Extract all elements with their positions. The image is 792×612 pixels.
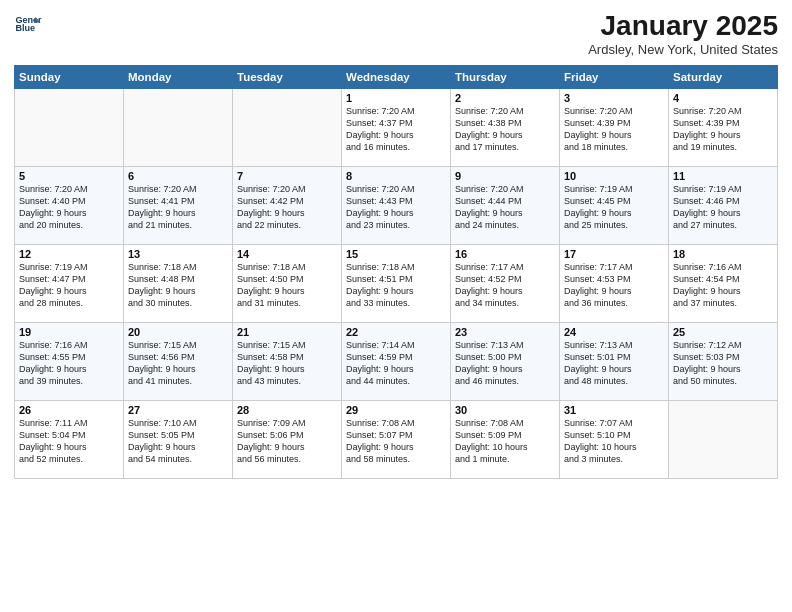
day-info: Sunrise: 7:19 AM Sunset: 4:46 PM Dayligh… — [673, 183, 773, 232]
calendar-col-sunday: Sunday — [15, 66, 124, 89]
month-title: January 2025 — [588, 10, 778, 42]
calendar-cell — [124, 89, 233, 167]
day-number: 9 — [455, 170, 555, 182]
day-info: Sunrise: 7:20 AM Sunset: 4:41 PM Dayligh… — [128, 183, 228, 232]
day-number: 6 — [128, 170, 228, 182]
day-info: Sunrise: 7:12 AM Sunset: 5:03 PM Dayligh… — [673, 339, 773, 388]
day-number: 27 — [128, 404, 228, 416]
calendar-cell: 2Sunrise: 7:20 AM Sunset: 4:38 PM Daylig… — [451, 89, 560, 167]
day-number: 1 — [346, 92, 446, 104]
calendar-cell: 6Sunrise: 7:20 AM Sunset: 4:41 PM Daylig… — [124, 167, 233, 245]
day-info: Sunrise: 7:20 AM Sunset: 4:42 PM Dayligh… — [237, 183, 337, 232]
day-info: Sunrise: 7:08 AM Sunset: 5:07 PM Dayligh… — [346, 417, 446, 466]
day-number: 22 — [346, 326, 446, 338]
day-number: 7 — [237, 170, 337, 182]
day-number: 15 — [346, 248, 446, 260]
page: General Blue January 2025 Ardsley, New Y… — [0, 0, 792, 612]
day-info: Sunrise: 7:16 AM Sunset: 4:55 PM Dayligh… — [19, 339, 119, 388]
day-info: Sunrise: 7:15 AM Sunset: 4:56 PM Dayligh… — [128, 339, 228, 388]
calendar-cell: 29Sunrise: 7:08 AM Sunset: 5:07 PM Dayli… — [342, 401, 451, 479]
day-info: Sunrise: 7:18 AM Sunset: 4:51 PM Dayligh… — [346, 261, 446, 310]
day-number: 14 — [237, 248, 337, 260]
calendar-cell: 4Sunrise: 7:20 AM Sunset: 4:39 PM Daylig… — [669, 89, 778, 167]
day-info: Sunrise: 7:18 AM Sunset: 4:50 PM Dayligh… — [237, 261, 337, 310]
location: Ardsley, New York, United States — [588, 42, 778, 57]
calendar-cell: 9Sunrise: 7:20 AM Sunset: 4:44 PM Daylig… — [451, 167, 560, 245]
day-info: Sunrise: 7:20 AM Sunset: 4:39 PM Dayligh… — [673, 105, 773, 154]
calendar-cell: 23Sunrise: 7:13 AM Sunset: 5:00 PM Dayli… — [451, 323, 560, 401]
day-number: 5 — [19, 170, 119, 182]
calendar-cell: 5Sunrise: 7:20 AM Sunset: 4:40 PM Daylig… — [15, 167, 124, 245]
day-number: 8 — [346, 170, 446, 182]
day-info: Sunrise: 7:20 AM Sunset: 4:39 PM Dayligh… — [564, 105, 664, 154]
day-number: 31 — [564, 404, 664, 416]
day-info: Sunrise: 7:18 AM Sunset: 4:48 PM Dayligh… — [128, 261, 228, 310]
calendar-cell: 12Sunrise: 7:19 AM Sunset: 4:47 PM Dayli… — [15, 245, 124, 323]
day-number: 11 — [673, 170, 773, 182]
day-info: Sunrise: 7:14 AM Sunset: 4:59 PM Dayligh… — [346, 339, 446, 388]
day-number: 21 — [237, 326, 337, 338]
calendar-cell: 1Sunrise: 7:20 AM Sunset: 4:37 PM Daylig… — [342, 89, 451, 167]
day-number: 28 — [237, 404, 337, 416]
calendar-cell: 14Sunrise: 7:18 AM Sunset: 4:50 PM Dayli… — [233, 245, 342, 323]
calendar-cell — [233, 89, 342, 167]
calendar-cell: 15Sunrise: 7:18 AM Sunset: 4:51 PM Dayli… — [342, 245, 451, 323]
day-info: Sunrise: 7:08 AM Sunset: 5:09 PM Dayligh… — [455, 417, 555, 466]
logo-icon: General Blue — [14, 10, 42, 38]
day-number: 10 — [564, 170, 664, 182]
day-number: 16 — [455, 248, 555, 260]
day-info: Sunrise: 7:20 AM Sunset: 4:44 PM Dayligh… — [455, 183, 555, 232]
calendar-col-thursday: Thursday — [451, 66, 560, 89]
calendar-col-wednesday: Wednesday — [342, 66, 451, 89]
day-number: 17 — [564, 248, 664, 260]
calendar-header-row: SundayMondayTuesdayWednesdayThursdayFrid… — [15, 66, 778, 89]
calendar-cell: 31Sunrise: 7:07 AM Sunset: 5:10 PM Dayli… — [560, 401, 669, 479]
day-number: 2 — [455, 92, 555, 104]
calendar-cell: 13Sunrise: 7:18 AM Sunset: 4:48 PM Dayli… — [124, 245, 233, 323]
day-number: 26 — [19, 404, 119, 416]
calendar-cell: 8Sunrise: 7:20 AM Sunset: 4:43 PM Daylig… — [342, 167, 451, 245]
calendar-cell: 20Sunrise: 7:15 AM Sunset: 4:56 PM Dayli… — [124, 323, 233, 401]
header: General Blue January 2025 Ardsley, New Y… — [14, 10, 778, 57]
day-number: 20 — [128, 326, 228, 338]
calendar-cell: 25Sunrise: 7:12 AM Sunset: 5:03 PM Dayli… — [669, 323, 778, 401]
day-info: Sunrise: 7:20 AM Sunset: 4:37 PM Dayligh… — [346, 105, 446, 154]
day-info: Sunrise: 7:07 AM Sunset: 5:10 PM Dayligh… — [564, 417, 664, 466]
day-number: 12 — [19, 248, 119, 260]
calendar-cell: 11Sunrise: 7:19 AM Sunset: 4:46 PM Dayli… — [669, 167, 778, 245]
title-block: January 2025 Ardsley, New York, United S… — [588, 10, 778, 57]
calendar-week-2: 5Sunrise: 7:20 AM Sunset: 4:40 PM Daylig… — [15, 167, 778, 245]
calendar-col-tuesday: Tuesday — [233, 66, 342, 89]
day-number: 18 — [673, 248, 773, 260]
calendar-week-3: 12Sunrise: 7:19 AM Sunset: 4:47 PM Dayli… — [15, 245, 778, 323]
day-number: 25 — [673, 326, 773, 338]
calendar-cell: 17Sunrise: 7:17 AM Sunset: 4:53 PM Dayli… — [560, 245, 669, 323]
day-info: Sunrise: 7:20 AM Sunset: 4:40 PM Dayligh… — [19, 183, 119, 232]
calendar-week-4: 19Sunrise: 7:16 AM Sunset: 4:55 PM Dayli… — [15, 323, 778, 401]
calendar-cell: 30Sunrise: 7:08 AM Sunset: 5:09 PM Dayli… — [451, 401, 560, 479]
day-info: Sunrise: 7:11 AM Sunset: 5:04 PM Dayligh… — [19, 417, 119, 466]
day-info: Sunrise: 7:17 AM Sunset: 4:53 PM Dayligh… — [564, 261, 664, 310]
day-info: Sunrise: 7:19 AM Sunset: 4:47 PM Dayligh… — [19, 261, 119, 310]
day-number: 24 — [564, 326, 664, 338]
calendar-cell: 3Sunrise: 7:20 AM Sunset: 4:39 PM Daylig… — [560, 89, 669, 167]
day-number: 3 — [564, 92, 664, 104]
day-number: 30 — [455, 404, 555, 416]
svg-text:Blue: Blue — [15, 23, 35, 33]
calendar-cell — [15, 89, 124, 167]
day-info: Sunrise: 7:13 AM Sunset: 5:01 PM Dayligh… — [564, 339, 664, 388]
calendar-cell: 10Sunrise: 7:19 AM Sunset: 4:45 PM Dayli… — [560, 167, 669, 245]
calendar-cell: 7Sunrise: 7:20 AM Sunset: 4:42 PM Daylig… — [233, 167, 342, 245]
day-info: Sunrise: 7:20 AM Sunset: 4:38 PM Dayligh… — [455, 105, 555, 154]
calendar-cell: 27Sunrise: 7:10 AM Sunset: 5:05 PM Dayli… — [124, 401, 233, 479]
day-number: 19 — [19, 326, 119, 338]
calendar-cell — [669, 401, 778, 479]
day-info: Sunrise: 7:15 AM Sunset: 4:58 PM Dayligh… — [237, 339, 337, 388]
calendar-cell: 24Sunrise: 7:13 AM Sunset: 5:01 PM Dayli… — [560, 323, 669, 401]
calendar-cell: 28Sunrise: 7:09 AM Sunset: 5:06 PM Dayli… — [233, 401, 342, 479]
day-info: Sunrise: 7:09 AM Sunset: 5:06 PM Dayligh… — [237, 417, 337, 466]
day-info: Sunrise: 7:16 AM Sunset: 4:54 PM Dayligh… — [673, 261, 773, 310]
calendar-cell: 16Sunrise: 7:17 AM Sunset: 4:52 PM Dayli… — [451, 245, 560, 323]
day-number: 23 — [455, 326, 555, 338]
calendar-week-5: 26Sunrise: 7:11 AM Sunset: 5:04 PM Dayli… — [15, 401, 778, 479]
